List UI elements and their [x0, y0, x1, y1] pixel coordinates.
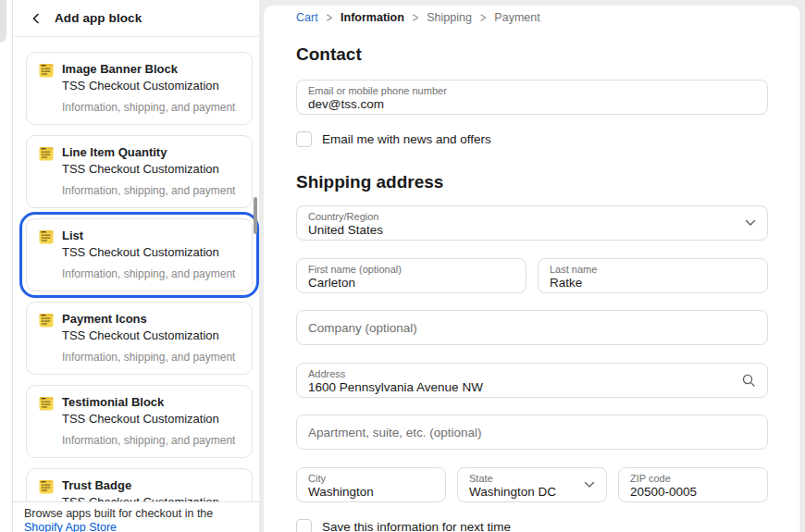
app-block-app-name: TSS Checkout Customization — [62, 243, 235, 261]
notepad-icon — [39, 63, 54, 78]
notepad-icon — [39, 396, 54, 411]
app-window: Add app block Image Banner Block TSS Che… — [0, 0, 805, 532]
app-block-card-testimonial[interactable]: Testimonial Block TSS Checkout Customiza… — [26, 385, 253, 458]
app-block-targets: Information, shipping, and payment — [62, 101, 235, 115]
last-name-value: Ratke — [550, 276, 756, 291]
checkout-preview-panel: Cart > Information > Shipping > Payment … — [264, 6, 801, 532]
app-block-app-name: TSS Checkout Customization — [62, 77, 235, 94]
app-block-title: Payment Icons — [62, 311, 235, 327]
breadcrumb: Cart > Information > Shipping > Payment — [296, 9, 768, 26]
notepad-icon — [39, 229, 54, 244]
chevron-down-icon — [745, 219, 756, 227]
zip-value: 20500-0005 — [630, 485, 756, 500]
app-block-card-line-item-quantity[interactable]: Line Item Quantity TSS Checkout Customiz… — [26, 135, 253, 208]
email-field-value: dev@tss.com — [308, 97, 756, 112]
news-offers-checkbox-row[interactable]: Email me with news and offers — [296, 131, 768, 147]
save-info-checkbox-row[interactable]: Save this information for next time — [296, 519, 768, 532]
shipping-address-heading: Shipping address — [296, 172, 768, 192]
news-offers-checkbox[interactable] — [296, 131, 312, 147]
app-block-title: Line Item Quantity — [62, 144, 235, 160]
apartment-placeholder: Apartment, suite, etc. (optional) — [308, 426, 482, 439]
preview-scrollbar-track[interactable] — [797, 15, 800, 532]
zip-label: ZIP code — [630, 473, 756, 485]
app-block-list: Image Banner Block TSS Checkout Customiz… — [13, 38, 259, 502]
sidebar-footer: Browse apps built for checkout in the Sh… — [13, 501, 259, 532]
preview-area: Cart > Information > Shipping > Payment … — [259, 0, 805, 532]
state-value: Washington DC — [469, 485, 595, 500]
country-label: Country/Region — [308, 211, 756, 223]
breadcrumb-cart[interactable]: Cart — [296, 11, 318, 24]
app-block-card-payment-icons[interactable]: Payment Icons TSS Checkout Customization… — [26, 302, 253, 375]
app-block-app-name: TSS Checkout Customization — [62, 160, 235, 178]
app-block-targets: Information, shipping, and payment — [62, 434, 235, 448]
add-app-block-panel: Add app block Image Banner Block TSS Che… — [12, 0, 259, 532]
email-field[interactable]: Email or mobile phone number dev@tss.com — [296, 80, 768, 115]
panel-title: Add app block — [55, 11, 142, 25]
state-label: State — [469, 473, 595, 485]
breadcrumb-separator-icon: > — [327, 11, 332, 25]
breadcrumb-information: Information — [341, 11, 404, 24]
app-block-targets: Information, shipping, and payment — [62, 267, 235, 281]
contact-heading: Contact — [296, 44, 768, 65]
first-name-label: First name (optional) — [308, 264, 514, 276]
state-select[interactable]: State Washington DC — [457, 467, 607, 502]
app-block-title: List — [62, 228, 235, 243]
footer-text: Browse apps built for checkout in the — [24, 507, 213, 520]
first-name-value: Carleton — [308, 276, 514, 291]
search-icon — [741, 373, 756, 388]
app-block-title: Testimonial Block — [62, 394, 235, 410]
app-block-targets: Information, shipping, and payment — [62, 351, 235, 365]
notepad-icon — [39, 313, 54, 328]
app-block-title: Image Banner Block — [62, 61, 235, 77]
city-value: Washington — [308, 485, 434, 500]
save-info-label: Save this information for next time — [322, 520, 511, 532]
last-name-field[interactable]: Last name Ratke — [538, 258, 768, 293]
app-block-card-list[interactable]: List TSS Checkout Customization Informat… — [26, 218, 253, 291]
company-field[interactable]: Company (optional) — [296, 310, 768, 345]
app-block-title: Trust Badge — [62, 477, 235, 493]
breadcrumb-payment: Payment — [494, 11, 539, 24]
notepad-icon — [39, 479, 54, 494]
shopify-app-store-link[interactable]: Shopify App Store — [24, 521, 117, 532]
address-field[interactable]: Address 1600 Pennsylvania Avenue NW — [296, 363, 768, 398]
breadcrumb-separator-icon: > — [413, 11, 418, 25]
breadcrumb-separator-icon: > — [480, 11, 486, 25]
city-field[interactable]: City Washington — [296, 467, 446, 502]
admin-edge-tab — [0, 0, 6, 43]
first-name-field[interactable]: First name (optional) Carleton — [296, 258, 526, 293]
app-block-card-trust-badge[interactable]: Trust Badge TSS Checkout Customization I… — [26, 468, 253, 502]
app-block-card-image-banner[interactable]: Image Banner Block TSS Checkout Customiz… — [26, 52, 253, 125]
save-info-checkbox[interactable] — [296, 519, 312, 532]
app-block-app-name: TSS Checkout Customization — [62, 327, 235, 344]
last-name-label: Last name — [550, 264, 756, 276]
zip-field[interactable]: ZIP code 20500-0005 — [618, 467, 768, 502]
app-block-targets: Information, shipping, and payment — [62, 184, 235, 198]
notepad-icon — [39, 146, 54, 161]
app-block-app-name: TSS Checkout Customization — [62, 410, 235, 427]
email-field-label: Email or mobile phone number — [308, 85, 756, 97]
sidebar-header: Add app block — [13, 0, 259, 37]
city-label: City — [308, 473, 434, 485]
apartment-field[interactable]: Apartment, suite, etc. (optional) — [296, 414, 768, 450]
address-label: Address — [308, 368, 756, 380]
news-offers-label: Email me with news and offers — [322, 132, 491, 146]
breadcrumb-shipping: Shipping — [427, 11, 472, 24]
company-placeholder: Company (optional) — [308, 321, 417, 335]
country-value: United States — [308, 223, 756, 238]
chevron-down-icon — [584, 481, 595, 489]
sidebar-scrollbar-thumb[interactable] — [254, 197, 257, 234]
back-icon[interactable] — [27, 9, 45, 28]
country-select[interactable]: Country/Region United States — [296, 205, 768, 241]
address-value: 1600 Pennsylvania Avenue NW — [308, 380, 756, 395]
